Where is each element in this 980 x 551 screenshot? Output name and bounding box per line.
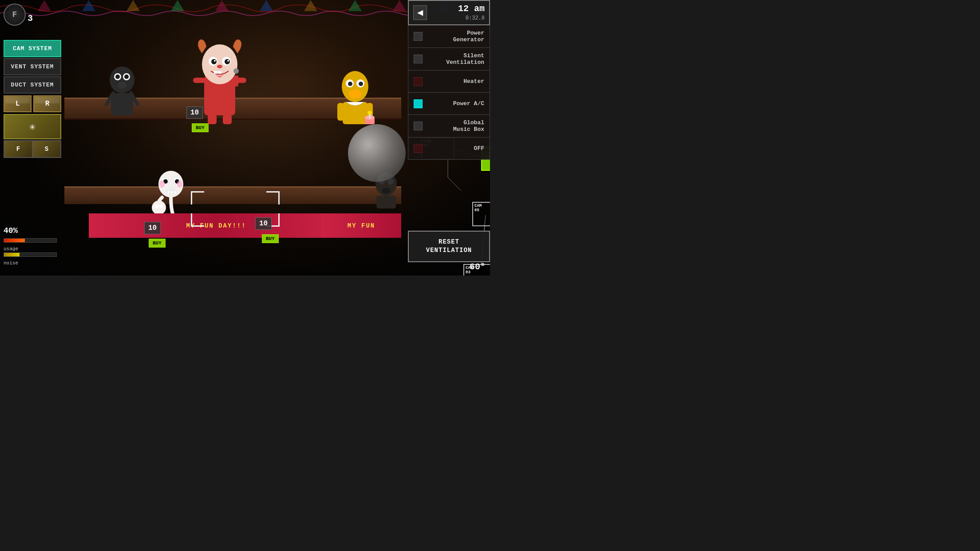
svg-point-25 [214,60,216,62]
svg-rect-16 [111,93,133,115]
freddy-letter: F [12,10,17,19]
buy-label-1: BUY [196,125,205,130]
power-generator-item[interactable]: PowerGenerator [408,25,490,48]
price-value-2: 10 [148,224,157,232]
power-generator-label: PowerGenerator [427,30,484,43]
svg-point-42 [359,82,363,86]
power-number: 40 [4,226,13,235]
svg-point-10 [110,67,134,93]
global-music-box-label: GlobalMusic Box [427,119,484,133]
noise-bar-container [4,252,57,257]
heater-icon [414,77,423,86]
svg-point-26 [227,60,229,62]
nav-buttons-container: CAM SYSTEM VENT SYSTEM DUCT SYSTEM L R ✳… [4,40,61,158]
price-value-3: 10 [259,220,268,228]
svg-point-20 [202,44,237,84]
cam-system-button[interactable]: CAM SYSTEM [4,40,61,57]
svg-point-59 [159,181,165,188]
svg-rect-36 [223,114,232,124]
svg-rect-44 [337,103,344,121]
time-seconds: 0:32.8 [466,15,485,21]
heater-item[interactable]: Heater [408,71,490,93]
svg-point-61 [152,201,166,215]
lr-row: L R [4,95,61,112]
power-ac-icon [414,99,423,108]
life-count: 3 [28,13,33,24]
time-display: ◀ 12 am 0:32.8 [408,0,490,25]
power-ac-item[interactable]: Power A/C [408,93,490,115]
svg-point-49 [368,111,372,114]
svg-rect-57 [170,191,173,194]
svg-point-60 [177,181,182,188]
price-tag-2: 10 [144,222,161,234]
svg-point-34 [233,68,239,74]
decorative-sphere [348,124,406,204]
svg-marker-3 [171,0,184,11]
time-text: 12 am 0:32.8 [458,4,485,22]
svg-point-24 [225,59,230,64]
global-music-box-item[interactable]: GlobalMusic Box [408,115,490,138]
price-value-1: 10 [190,109,199,117]
off-item[interactable]: OFF [408,138,490,160]
power-stats: 40% usage noise [4,223,57,267]
silent-ventilation-label: SilentVentilation [427,52,484,66]
svg-point-38 [349,90,361,98]
svg-rect-29 [218,71,221,74]
price-tag-3: 10 [255,217,272,230]
corner-tl [191,191,204,205]
degree-display: 60° [470,262,486,272]
character-toy-chica [333,67,377,126]
reset-ventilation-button[interactable]: RESET VENTILATION [408,231,490,262]
vent-system-button[interactable]: VENT SYSTEM [4,58,61,75]
noise-label: noise [4,260,57,266]
corner-tr [266,191,280,205]
usage-label: usage [4,246,57,252]
svg-rect-58 [174,191,176,194]
price-tag-1: 10 [186,106,203,119]
usage-bar-fill [4,239,25,242]
character-toy-bonnie [102,62,142,118]
silent-ventilation-item[interactable]: SilentVentilation [408,48,490,71]
svg-point-15 [118,82,126,89]
power-symbol: % [13,226,18,235]
svg-rect-56 [167,191,170,194]
corner-bl [191,213,204,227]
usage-bar-container [4,238,57,243]
buy-label-2: BUY [153,240,162,246]
buy-button-3[interactable]: BUY [262,234,279,243]
btn-l[interactable]: L [4,95,32,112]
snowflake-button[interactable]: ✳ [4,114,61,139]
buy-label-3: BUY [266,236,275,241]
time-hour: 12 am [458,4,485,14]
svg-point-41 [348,82,352,86]
buy-button-2[interactable]: BUY [149,239,166,248]
reset-line2: VENTILATION [426,247,472,254]
fun-banner-right [321,213,401,238]
freddy-icon-container: F [4,4,26,26]
back-arrow-button[interactable]: ◀ [413,5,427,20]
buy-button-1[interactable]: BUY [192,123,209,132]
svg-rect-31 [193,78,205,83]
global-music-box-icon [414,122,423,130]
svg-marker-2 [126,0,140,11]
right-panel: ◀ 12 am 0:32.8 PowerGenerator SilentVent… [408,0,490,160]
fs-row: F S [4,140,61,158]
svg-marker-5 [260,0,273,11]
power-ac-label: Power A/C [427,100,484,107]
svg-point-23 [211,59,217,64]
power-generator-icon [414,32,423,41]
svg-point-27 [217,65,222,68]
duct-system-button[interactable]: DUCT SYSTEM [4,76,61,94]
btn-f[interactable]: F [4,141,32,157]
noise-bar-fill [4,253,20,256]
svg-point-62 [155,205,158,208]
svg-point-13 [115,75,120,79]
svg-marker-0 [38,0,51,11]
svg-rect-35 [208,114,217,124]
svg-point-63 [159,205,163,208]
cam-05[interactable]: CAM05 [472,202,490,226]
btn-r[interactable]: R [33,95,61,112]
heater-label: Heater [427,78,484,85]
btn-s[interactable]: S [33,141,60,157]
svg-rect-28 [214,71,217,74]
